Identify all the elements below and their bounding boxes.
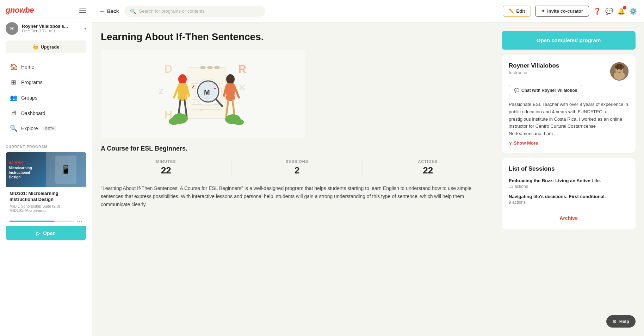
chevron-down-icon: ∨ [509,140,512,146]
play-icon: ▷ [36,230,40,236]
hero-image: D R H Z K [101,50,305,138]
more-options-icon[interactable]: ⋯ [77,218,82,225]
svg-text:○: ○ [199,107,202,112]
back-button[interactable]: ← Back [99,8,119,14]
user-tier: Free Tier (FT) · ✏ 1 [22,29,81,33]
current-program-section: CURRENT PROGRAM gnowbe MicrolearningInst… [0,141,92,245]
actions-value: 22 [363,165,493,176]
sidebar-item-home[interactable]: 🏠 Home [3,59,89,74]
chat-button[interactable]: 💬 Chat with Royner Villalobos [509,85,582,96]
user-info: Royner Villalobos's... Free Tier (FT) · … [22,24,81,33]
invite-label: Invite co-curator [547,8,583,14]
help-fab[interactable]: ⊙ Help [606,315,636,328]
sidebar-item-label: Dashboard [21,110,45,116]
svg-line-30 [185,100,187,117]
right-panel: Open completed program Royner Villalobos… [502,31,636,328]
session-actions: 9 actions [509,200,628,205]
svg-line-39 [233,100,235,117]
svg-text:✦: ✦ [213,87,216,90]
main-content: ← Back 🔍 Search for programs or contents… [92,0,644,336]
stat-minutes: MINUTES 22 [101,159,232,176]
sessions-title: List of Sessions [509,165,628,172]
svg-point-7 [207,66,213,69]
sidebar-item-programs[interactable]: ⊞ Programs [3,75,89,90]
instructor-card: Royner Villalobos Instructor [502,55,636,153]
sidebar-item-explore[interactable]: 🔍 Explore BETA [3,121,89,136]
explore-icon: 🔍 [10,125,17,132]
upgrade-button[interactable]: 👑 Upgrade [6,40,86,53]
topbar-actions: ✏️ Edit ✦ Invite co-curator ❓ 💬 🔔 ⚙️ [503,6,637,17]
svg-line-26 [174,87,178,97]
svg-point-32 [169,118,179,125]
course-illustration: D R H Z K [154,55,252,133]
instructor-name: Royner Villalobos [509,62,559,69]
session-item-1[interactable]: Embracing the Buzz: Living an Active Lif… [509,178,628,189]
course-description: "Learning About If-Then Sentences: A Cou… [101,184,493,209]
notification-badge [623,6,626,9]
svg-point-41 [234,119,244,125]
user-name: Royner Villalobos's... [22,24,81,29]
session-actions: 13 actions [509,184,628,189]
svg-text:R: R [238,63,246,75]
chat-label: Chat with Royner Villalobos [521,88,577,93]
invite-button[interactable]: ✦ Invite co-curator [535,6,589,17]
sidebar-item-dashboard[interactable]: 🖥 Dashboard [3,106,89,120]
session-name: Embracing the Buzz: Living an Active Lif… [509,178,628,183]
open-button[interactable]: ▷ Open [6,226,86,240]
instructor-bio: Passionate ESL Teacher with over 8 years… [509,101,628,138]
sessions-value: 2 [232,165,363,176]
program-card[interactable]: gnowbe MicrolearningInstructionalDesign … [6,152,86,241]
topbar: ← Back 🔍 Search for programs or contents… [92,0,644,23]
edit-button[interactable]: ✏️ Edit [503,6,531,17]
settings-icon[interactable]: ⚙️ [629,7,637,15]
search-bar[interactable]: 🔍 Search for programs or contents [124,6,265,17]
programs-icon: ⊞ [10,78,17,86]
chat-icon: 💬 [514,88,519,93]
home-icon: 🏠 [10,63,17,71]
svg-text:✗: ✗ [192,84,195,89]
stats-row: MINUTES 22 SESSIONS 2 ACTIONS 22 [101,159,493,176]
course-subtitle: A Course for ESL Beginners. [101,145,493,152]
dashboard-icon: 🖥 [10,109,17,117]
help-label: Help [619,319,629,324]
svg-point-37 [225,94,235,101]
sessions-card: List of Sessions Embracing the Buzz: Liv… [502,158,636,229]
svg-line-38 [226,100,228,117]
chat-icon[interactable]: 💬 [605,7,613,15]
svg-point-33 [226,74,235,84]
progress-bar [10,221,74,222]
search-placeholder: Search for programs or contents [139,8,204,14]
svg-rect-34 [226,83,235,96]
sidebar-header: gnowbe [0,0,92,18]
sidebar-item-groups[interactable]: 👥 Groups [3,90,89,105]
instructor-header: Royner Villalobos Instructor [509,62,628,81]
center-panel: Learning About If-Then Sentences. D R H … [101,31,493,328]
program-card-body: MID101: Microlearning Instructional Desi… [6,187,86,216]
program-card-title: MID101: Microlearning Instructional Desi… [10,191,82,203]
svg-rect-25 [178,83,187,96]
svg-text:M: M [204,88,210,96]
instructor-avatar [610,62,628,81]
notification-icon[interactable]: 🔔 [617,7,625,15]
svg-point-24 [178,74,187,84]
instructor-role: Instructor [509,70,559,75]
avatar: R [6,22,18,35]
sidebar-nav: 🏠 Home ⊞ Programs 👥 Groups 🖥 Dashboard 🔍… [0,57,92,138]
program-card-image: gnowbe MicrolearningInstructionalDesign … [6,152,86,187]
svg-point-28 [178,94,187,101]
svg-text:K: K [240,83,246,92]
page-title: Learning About If-Then Sentences. [101,31,493,43]
hamburger-button[interactable] [79,8,86,13]
minutes-label: MINUTES [101,159,231,164]
svg-point-6 [200,66,206,69]
show-more-button[interactable]: ∨ Show More [509,140,538,146]
user-menu[interactable]: R Royner Villalobos's... Free Tier (FT) … [0,18,92,39]
program-progress-row: ⋯ [6,216,86,226]
edit-icon: ✏️ [509,8,514,14]
session-item-2[interactable]: Navigating life's decisions: First condi… [509,194,628,205]
sidebar: gnowbe R Royner Villalobos's... Free Tie… [0,0,92,336]
progress-bar-fill [10,221,55,222]
help-circle-icon[interactable]: ❓ [593,7,601,15]
open-completed-program-button[interactable]: Open completed program [502,31,636,50]
archive-button[interactable]: Archive [509,210,628,222]
